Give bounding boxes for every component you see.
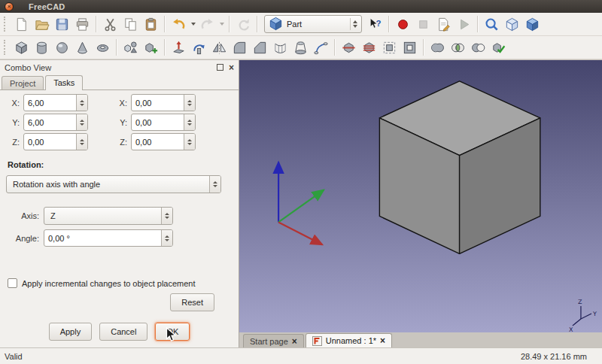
rotation-mode-select[interactable]: Rotation axis with angle xyxy=(6,175,221,193)
spinner-buttons[interactable] xyxy=(161,230,172,246)
boolean-cut-icon[interactable] xyxy=(468,38,488,58)
print-icon[interactable] xyxy=(72,14,93,35)
mirror-icon[interactable] xyxy=(209,38,230,58)
translation-z-field[interactable]: 0,00 xyxy=(23,133,88,150)
translation-y-label: Y: xyxy=(6,118,20,127)
thickness-icon[interactable] xyxy=(400,38,420,58)
fillet-icon[interactable] xyxy=(230,38,250,58)
combo-arrows-icon[interactable] xyxy=(209,176,220,193)
spinner-buttons[interactable] xyxy=(76,134,87,150)
angle-field[interactable]: 0,00 ° xyxy=(44,229,173,247)
revolve-icon[interactable] xyxy=(189,38,209,58)
save-document-icon[interactable] xyxy=(52,14,72,35)
redo-dropdown-icon[interactable] xyxy=(217,14,226,35)
center-z-field[interactable]: 0,00 xyxy=(131,133,196,150)
window-close-button[interactable]: × xyxy=(5,2,14,11)
toolbar-drag-handle[interactable] xyxy=(4,17,8,32)
main-area: Combo View × Project Tasks X: 6,00 xyxy=(0,59,602,347)
center-x-label: X: xyxy=(114,99,127,108)
spinner-buttons[interactable] xyxy=(76,95,87,111)
undo-icon[interactable] xyxy=(169,14,189,35)
toolbar-drag-handle[interactable] xyxy=(4,40,8,55)
center-y-field[interactable]: 0,00 xyxy=(131,114,196,131)
check-geometry-icon[interactable] xyxy=(488,38,509,58)
spinner-buttons[interactable] xyxy=(184,114,195,130)
translation-x-field[interactable]: 6,00 xyxy=(23,94,88,111)
3d-viewport[interactable]: Z Y X xyxy=(239,60,602,332)
part-workbench-icon xyxy=(268,16,284,33)
redo-icon xyxy=(197,14,217,35)
fit-all-icon[interactable] xyxy=(482,14,502,35)
combo-view-header: Combo View × xyxy=(0,60,239,74)
tab-project[interactable]: Project xyxy=(2,76,44,89)
axis-select[interactable]: Z xyxy=(44,207,173,225)
undo-dropdown-icon[interactable] xyxy=(189,14,197,35)
cross-sections-icon[interactable] xyxy=(359,38,379,58)
open-document-icon[interactable] xyxy=(32,14,52,35)
whats-this-icon[interactable]: ? xyxy=(365,14,385,35)
chamfer-icon[interactable] xyxy=(250,38,270,58)
cone-icon[interactable] xyxy=(72,38,93,58)
combo-view-tabs: Project Tasks xyxy=(0,74,239,90)
float-panel-icon[interactable] xyxy=(217,64,223,71)
ok-button[interactable]: OK xyxy=(155,323,190,341)
paste-icon[interactable] xyxy=(141,14,161,35)
copy-icon[interactable] xyxy=(120,14,141,35)
axonometric-view-icon[interactable] xyxy=(502,14,522,35)
spinner-buttons[interactable] xyxy=(76,114,87,130)
part-toolbar xyxy=(0,36,602,59)
sweep-icon[interactable] xyxy=(311,38,331,58)
spinner-buttons[interactable] xyxy=(184,95,195,111)
rotation-section-label: Rotation: xyxy=(8,160,233,169)
close-panel-icon[interactable]: × xyxy=(229,63,234,72)
workbench-selector-value: Part xyxy=(287,20,345,29)
loft-icon[interactable] xyxy=(290,38,311,58)
close-tab-icon[interactable]: × xyxy=(292,337,297,346)
translation-y-field[interactable]: 6,00 xyxy=(23,114,88,131)
freecad-window: × FreeCAD Part? Combo View × Project Tas… xyxy=(0,0,602,364)
close-tab-icon[interactable]: × xyxy=(380,336,385,345)
statusbar: Valid 28.49 x 21.16 mm xyxy=(0,347,602,364)
sphere-icon[interactable] xyxy=(52,38,72,58)
svg-text:?: ? xyxy=(375,18,381,27)
new-document-icon[interactable] xyxy=(11,14,32,35)
cube-object[interactable] xyxy=(379,81,540,253)
center-x-field[interactable]: 0,00 xyxy=(131,94,196,111)
torus-icon[interactable] xyxy=(93,38,113,58)
translation-z-label: Z: xyxy=(6,138,20,147)
combo-arrows-icon[interactable] xyxy=(161,208,172,224)
reset-button[interactable]: Reset xyxy=(170,293,214,311)
ruled-surface-icon[interactable] xyxy=(270,38,290,58)
spinner-buttons[interactable] xyxy=(184,134,195,150)
boolean-union-icon[interactable] xyxy=(427,38,448,58)
tab-unnamed-document[interactable]: Unnamed : 1* × xyxy=(306,333,392,347)
toolbar-separator xyxy=(334,39,336,56)
toolbar-separator xyxy=(164,16,166,32)
create-primitives-icon[interactable] xyxy=(120,38,141,58)
incremental-placement-checkbox[interactable] xyxy=(8,278,17,288)
tab-start-page[interactable]: Start page × xyxy=(243,334,304,347)
cut-icon[interactable] xyxy=(100,14,120,35)
workbench-selector[interactable]: Part xyxy=(264,15,362,33)
toolbar-separator xyxy=(477,16,479,32)
apply-button[interactable]: Apply xyxy=(49,323,93,341)
section-icon[interactable] xyxy=(339,38,359,58)
extrude-icon[interactable] xyxy=(169,38,189,58)
macro-record-icon[interactable] xyxy=(393,14,413,35)
macro-edit-icon[interactable] xyxy=(433,14,454,35)
shape-builder-icon[interactable] xyxy=(141,38,161,58)
toolbar-separator xyxy=(96,16,97,32)
axis-label: Axis: xyxy=(6,211,39,220)
cylinder-icon[interactable] xyxy=(32,38,52,58)
svg-text:Z: Z xyxy=(578,299,582,305)
box-icon[interactable] xyxy=(11,38,32,58)
toolbar-separator xyxy=(423,39,424,56)
boolean-common-icon[interactable] xyxy=(448,38,468,58)
cancel-button[interactable]: Cancel xyxy=(99,323,147,341)
combo-view-panel: Combo View × Project Tasks X: 6,00 xyxy=(0,60,239,347)
translation-x-label: X: xyxy=(6,99,20,108)
combo-arrows-icon xyxy=(350,18,360,30)
tab-tasks[interactable]: Tasks xyxy=(45,75,83,90)
offset-3d-icon[interactable] xyxy=(379,38,400,58)
draw-style-icon[interactable] xyxy=(522,14,543,35)
